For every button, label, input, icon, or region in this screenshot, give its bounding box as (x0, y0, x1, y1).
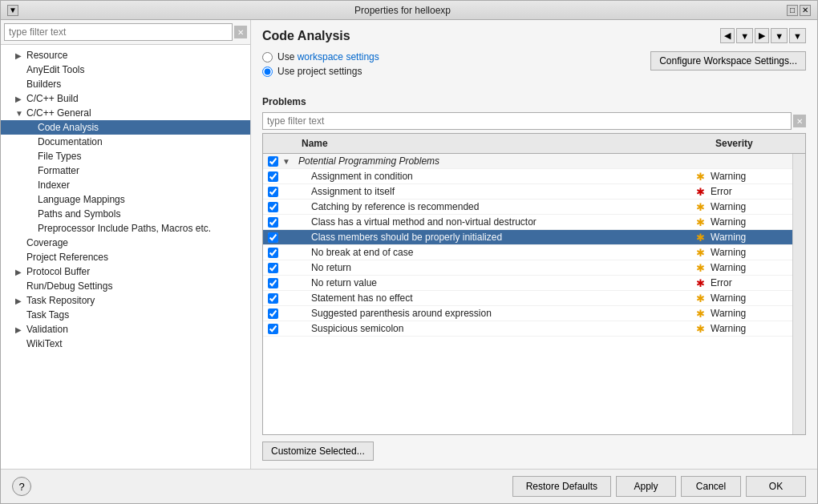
severity-label-9: Warning (711, 292, 746, 304)
nav-menu-button[interactable]: ▼ (789, 28, 806, 43)
warning-icon: ✱ (696, 232, 707, 243)
table-row[interactable]: Suggested parenthesis around expression✱… (263, 306, 792, 321)
radio-workspace-row: Use workspace settings (262, 51, 379, 62)
item-checkbox-7[interactable] (268, 263, 278, 273)
table-row[interactable]: Catching by reference is recommended✱War… (263, 200, 792, 215)
tree-item-run-debug[interactable]: Run/Debug Settings (1, 279, 250, 293)
severity-label-3: Warning (711, 201, 746, 212)
error-icon: ✱ (696, 277, 707, 288)
item-checkbox-10[interactable] (268, 308, 278, 319)
maximize-button[interactable]: □ (787, 5, 798, 16)
filter-clear-button[interactable]: ✕ (234, 26, 247, 38)
tree-label-resource: Resource (26, 50, 67, 61)
tree-item-resource[interactable]: Resource (1, 48, 250, 62)
tree-item-project-refs[interactable]: Project References (1, 250, 250, 264)
tree-item-documentation[interactable]: Documentation (1, 135, 250, 149)
item-checkbox-6[interactable] (268, 248, 278, 258)
tree-item-task-repo[interactable]: Task Repository (1, 293, 250, 308)
table-row[interactable]: ▼Potential Programming Problems (263, 154, 792, 169)
tree-label-ccpp-build: C/C++ Build (26, 93, 79, 104)
tree-item-file-types[interactable]: File Types (1, 149, 250, 163)
tree-label-code-analysis: Code Analysis (38, 122, 99, 133)
table-row[interactable]: No return✱Warning (263, 260, 792, 276)
item-checkbox-5[interactable] (268, 232, 278, 243)
left-panel: ✕ ResourceAnyEdit ToolsBuildersC/C++ Bui… (1, 20, 251, 469)
item-name-9: Statement has no effect (295, 292, 696, 304)
filter-input[interactable] (4, 23, 233, 41)
severity-label-11: Warning (711, 323, 746, 334)
configure-workspace-button[interactable]: Configure Workspace Settings... (650, 51, 806, 71)
item-checkbox-8[interactable] (268, 278, 278, 288)
table-row[interactable]: Suspicious semicolon✱Warning (263, 321, 792, 337)
problems-filter-input[interactable] (262, 112, 792, 130)
nav-forward-button[interactable]: ▶ (755, 28, 769, 43)
item-checkbox-3[interactable] (268, 202, 278, 212)
filter-bar: ✕ (1, 20, 250, 45)
tree-item-anyedit[interactable]: AnyEdit Tools (1, 62, 250, 77)
bottom-left: ? (12, 477, 31, 496)
problems-filter-clear-button[interactable]: ✕ (793, 115, 806, 127)
tree-label-language-mappings: Language Mappings (38, 194, 125, 205)
table-row[interactable]: Assignment to itself✱Error (263, 184, 792, 200)
group-checkbox-0[interactable] (268, 156, 278, 167)
radio-project[interactable] (262, 67, 273, 77)
col-header-severity: Severity (709, 136, 805, 151)
tree-item-preprocessor[interactable]: Preprocessor Include Paths, Macros etc. (1, 221, 250, 236)
tree-item-paths-symbols[interactable]: Paths and Symbols (1, 207, 250, 221)
warning-icon: ✱ (696, 262, 707, 273)
tree-item-task-tags[interactable]: Task Tags (1, 308, 250, 322)
tree-label-preprocessor: Preprocessor Include Paths, Macros etc. (38, 223, 211, 234)
tree-label-task-repo: Task Repository (26, 295, 95, 306)
table-row[interactable]: Assignment in condition✱Warning (263, 169, 792, 184)
warning-icon: ✱ (696, 171, 707, 182)
tree-item-indexer[interactable]: Indexer (1, 178, 250, 192)
severity-label-6: Warning (711, 247, 746, 258)
tree-item-wikitext[interactable]: WikiText (1, 337, 250, 351)
title-bar-menu[interactable]: ▼ (7, 5, 18, 16)
right-panel: Code Analysis ◀ ▼ ▶ ▼ ▼ Use workspace se… (251, 20, 817, 469)
tree-item-ccpp-general[interactable]: C/C++ General (1, 106, 250, 120)
ok-button[interactable]: OK (746, 476, 806, 497)
tree-arrow-validation (15, 325, 26, 334)
help-button[interactable]: ? (12, 477, 31, 496)
tree-item-language-mappings[interactable]: Language Mappings (1, 192, 250, 207)
tree-item-validation[interactable]: Validation (1, 322, 250, 337)
workspace-settings-link[interactable]: workspace settings (298, 51, 379, 62)
item-name-6: No break at end of case (295, 247, 696, 258)
cancel-button[interactable]: Cancel (681, 476, 741, 497)
tree-item-ccpp-build[interactable]: C/C++ Build (1, 91, 250, 106)
bottom-right: Restore Defaults Apply Cancel OK (512, 476, 806, 497)
item-checkbox-1[interactable] (268, 171, 278, 182)
item-checkbox-11[interactable] (268, 324, 278, 334)
nav-back-button[interactable]: ◀ (720, 28, 735, 43)
scrollbar[interactable] (792, 154, 805, 434)
table-row[interactable]: Class has a virtual method and non-virtu… (263, 215, 792, 230)
customize-btn-row: Customize Selected... (262, 442, 806, 461)
nav-forward-dropdown[interactable]: ▼ (771, 28, 788, 43)
tree-item-formatter[interactable]: Formatter (1, 163, 250, 178)
tree-item-code-analysis[interactable]: Code Analysis (1, 120, 250, 135)
tree-item-builders[interactable]: Builders (1, 77, 250, 91)
item-checkbox-9[interactable] (268, 293, 278, 304)
table-row[interactable]: No break at end of case✱Warning (263, 245, 792, 260)
table-row[interactable]: Statement has no effect✱Warning (263, 291, 792, 306)
top-right-row: Use workspace settings Use project setti… (262, 51, 806, 88)
tree-item-coverage[interactable]: Coverage (1, 236, 250, 250)
tree-label-validation: Validation (26, 324, 68, 335)
apply-button[interactable]: Apply (616, 476, 676, 497)
customize-selected-button[interactable]: Customize Selected... (262, 442, 374, 461)
severity-label-2: Error (711, 186, 732, 197)
table-row[interactable]: No return value✱Error (263, 276, 792, 291)
close-button[interactable]: ✕ (800, 5, 811, 16)
radio-workspace[interactable] (262, 52, 273, 62)
nav-back-dropdown[interactable]: ▼ (736, 28, 753, 43)
problems-table: Name Severity ▼Potential Programming Pro… (262, 133, 806, 435)
table-row[interactable]: Class members should be properly initial… (263, 230, 792, 245)
item-name-10: Suggested parenthesis around expression (295, 308, 696, 319)
tree-item-protocol-buffer[interactable]: Protocol Buffer (1, 264, 250, 279)
item-checkbox-4[interactable] (268, 217, 278, 228)
restore-defaults-button[interactable]: Restore Defaults (512, 476, 611, 497)
severity-label-4: Warning (711, 216, 746, 228)
tree-label-formatter: Formatter (38, 165, 79, 176)
item-checkbox-2[interactable] (268, 187, 278, 197)
